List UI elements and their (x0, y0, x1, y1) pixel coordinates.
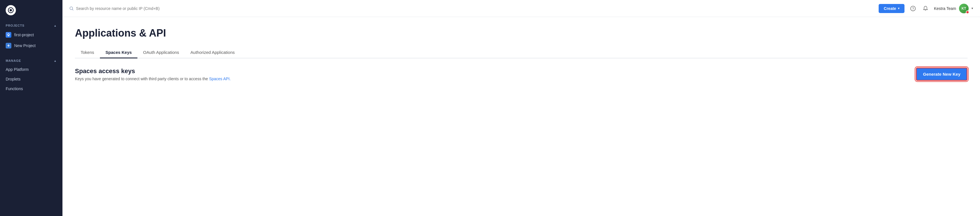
help-button[interactable]: ? (909, 5, 917, 13)
sidebar-item-new-project[interactable]: + New Project (0, 40, 62, 51)
spaces-api-link[interactable]: Spaces API. (209, 77, 231, 81)
sidebar-logo[interactable] (0, 0, 62, 20)
sidebar-item-first-project[interactable]: first-project (0, 30, 62, 40)
search-icon (69, 6, 74, 11)
chevron-down-icon: ▾ (898, 7, 899, 10)
page-title: Applications & API (75, 27, 967, 39)
search-input[interactable] (76, 6, 874, 11)
sidebar-section-manage[interactable]: MANAGE ▲ (0, 55, 62, 65)
sidebar-item-app-platform[interactable]: App Platform (0, 65, 62, 74)
topnav-actions: Create ▾ ? Kestra Team KT (879, 4, 973, 13)
project-icon (6, 32, 11, 38)
tab-spaces-keys[interactable]: Spaces Keys (100, 47, 138, 58)
tab-tokens[interactable]: Tokens (75, 47, 100, 58)
sidebar-item-droplets[interactable]: Droplets (0, 74, 62, 84)
content-area: Applications & API Tokens Spaces Keys OA… (62, 17, 980, 216)
create-button[interactable]: Create ▾ (879, 4, 905, 13)
user-name: Kestra Team (934, 6, 956, 11)
sidebar-item-label: Functions (6, 87, 23, 91)
bell-icon (923, 6, 928, 11)
section-info: Spaces access keys Keys you have generat… (75, 68, 231, 81)
sidebar: PROJECTS ▲ first-project + New Project M… (0, 0, 62, 216)
main-area: Create ▾ ? Kestra Team KT (62, 0, 980, 216)
section-header: Spaces access keys Keys you have generat… (75, 68, 967, 81)
sidebar-section-label: PROJECTS (6, 24, 24, 27)
tabs: Tokens Spaces Keys OAuth Applications Au… (75, 47, 967, 58)
tab-oauth-applications[interactable]: OAuth Applications (137, 47, 185, 58)
svg-text:?: ? (912, 7, 914, 11)
sidebar-item-label: App Platform (6, 67, 29, 72)
chevron-up-icon: ▲ (54, 24, 57, 27)
plus-icon: + (6, 43, 11, 49)
section-description: Keys you have generated to connect with … (75, 77, 231, 81)
section-desc-text: Keys you have generated to connect with … (75, 77, 209, 81)
sidebar-section-projects[interactable]: PROJECTS ▲ (0, 20, 62, 30)
create-label: Create (884, 6, 896, 11)
user-area[interactable]: Kestra Team KT ▾ (934, 4, 973, 13)
sidebar-section-label: MANAGE (6, 59, 21, 62)
avatar-badge (966, 11, 969, 14)
search-bar[interactable] (69, 6, 874, 11)
help-icon: ? (910, 6, 916, 11)
svg-point-1 (10, 9, 12, 11)
sidebar-item-label: first-project (14, 33, 34, 37)
generate-new-key-button[interactable]: Generate New Key (916, 68, 967, 81)
topnav: Create ▾ ? Kestra Team KT (62, 0, 980, 17)
notifications-button[interactable] (921, 5, 929, 13)
user-chevron-icon: ▾ (972, 6, 973, 10)
sidebar-item-label: Droplets (6, 77, 21, 81)
logo-icon (6, 5, 16, 15)
chevron-up-icon: ▲ (54, 59, 57, 62)
avatar: KT (959, 4, 969, 13)
sidebar-item-label: New Project (14, 43, 35, 48)
sidebar-item-functions[interactable]: Functions (0, 84, 62, 93)
svg-rect-3 (8, 35, 10, 36)
section-title: Spaces access keys (75, 68, 231, 75)
tab-authorized-applications[interactable]: Authorized Applications (185, 47, 240, 58)
